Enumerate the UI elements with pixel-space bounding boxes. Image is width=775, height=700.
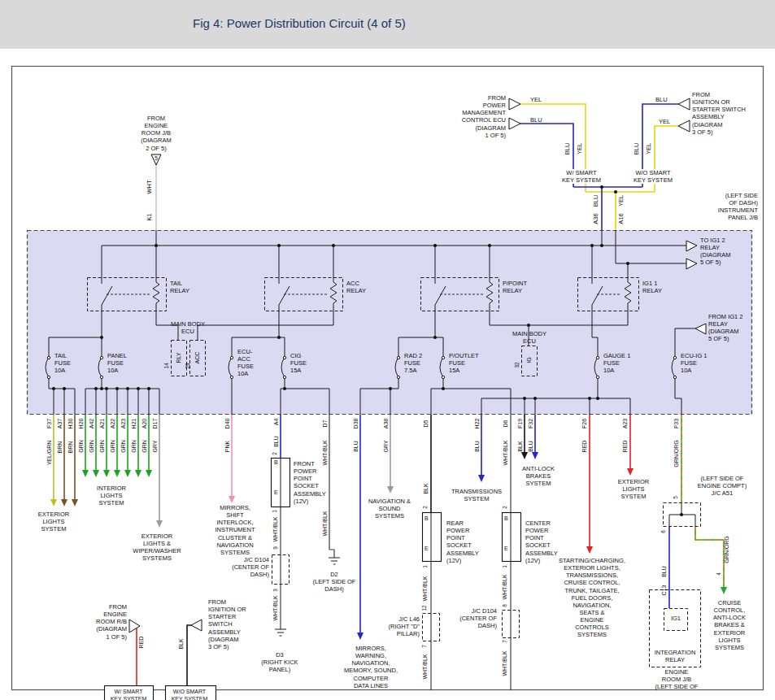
engine-room-jb-triangle — [151, 154, 161, 165]
ignition-bottom-triangle — [191, 620, 202, 631]
grn-wires — [85, 415, 149, 470]
ig1-integration-relay-box — [664, 609, 688, 631]
whtblk-wires — [329, 415, 511, 558]
gry-wires — [159, 415, 390, 520]
rear-power-point-box — [423, 513, 442, 562]
power-mgmt-blu-triangle — [509, 118, 520, 129]
blk-wires — [187, 415, 525, 688]
wiring-diagram-canvas — [0, 0, 775, 700]
socket-boxes — [105, 459, 521, 700]
grnorg-wires — [681, 415, 724, 587]
w-smart-bottom-box — [105, 686, 154, 700]
grnorg-overlay — [681, 415, 724, 587]
power-mgmt-yel-triangle — [509, 98, 520, 110]
red-wires — [137, 415, 630, 688]
ignition-yel-triangle — [678, 120, 690, 132]
engine-room-rb-triangle — [129, 620, 140, 633]
ignition-blu-triangle — [678, 98, 690, 110]
engine-room-jb-outer-box — [650, 590, 701, 667]
instrument-panel-jb-box — [28, 231, 752, 415]
ground-symbols — [275, 558, 340, 636]
wire-arrows — [50, 452, 727, 640]
brn-wires — [64, 415, 75, 499]
wo-smart-bottom-box — [166, 686, 216, 700]
center-power-point-box — [503, 513, 521, 562]
page: { "theme": {"header_bg":"#d9d9d9","title… — [0, 0, 775, 700]
